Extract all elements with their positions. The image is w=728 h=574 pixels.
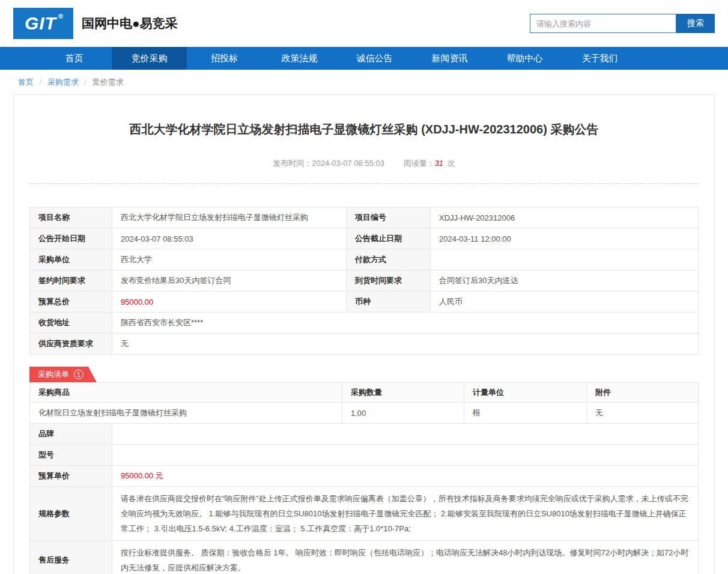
field-label: 付款方式 <box>347 249 431 270</box>
table-row: 品牌 <box>30 424 699 445</box>
field-label: 签约时间要求 <box>30 270 112 292</box>
breadcrumb: 首页 / 采购需求 / 竞价需求 <box>0 70 728 94</box>
registered-mark-icon: ® <box>58 13 64 20</box>
field-label: 公告开始日期 <box>30 228 112 249</box>
field-value: 发布竞价结果后30天内签订合同 <box>112 270 347 292</box>
table-row: 采购单位 西北大学 付款方式 <box>30 249 699 270</box>
tab-purchase-list[interactable]: 采购清单 1 <box>29 367 97 382</box>
field-label: 售后服务 <box>30 541 112 574</box>
table-row: 供应商资质要求 无 <box>30 334 699 355</box>
nav-item-tenders[interactable]: 招投标 <box>187 47 262 70</box>
after-sales-service-value: 按行业标准提供服务。 质保期：验收合格后 1年。 响应时效：即时响应（包括电话响… <box>112 541 699 574</box>
product-quantity: 1.00 <box>342 403 464 424</box>
field-label: 规格参数 <box>30 487 112 541</box>
nav-item-policies[interactable]: 政策法规 <box>262 47 337 70</box>
table-row: 预算单价 95000.00 元 <box>30 466 699 487</box>
nav-item-about-us[interactable]: 关于我们 <box>562 47 637 70</box>
field-label: 收货地址 <box>30 313 112 334</box>
table-row: 规格参数 请各潜在供应商提交报价时在“响应附件”处上传正式报价单及需求响应偏离表… <box>30 487 699 541</box>
product-attributes-table: 品牌 型号 预算单价 95000.00 元 规格参数 请各潜在供应商提交报价时在… <box>29 423 699 574</box>
field-value <box>112 445 699 466</box>
column-header: 采购商品 <box>30 383 342 403</box>
product-name: 化材院日立场发射扫描电子显微镜灯丝采购 <box>30 403 342 424</box>
announcement-meta: 发布时间：2024-03-07 08:55:03 阅读量：31 次 <box>29 158 699 169</box>
read-count: 阅读量：31 次 <box>404 159 455 168</box>
product-attachment: 无 <box>587 403 699 424</box>
field-value: 西北大学化材学院日立场发射扫描电子显微镜灯丝采购 <box>112 207 347 228</box>
field-value: 西北大学 <box>112 249 347 270</box>
dashed-divider <box>29 183 699 184</box>
purchase-list-tab-label: 采购清单 <box>38 369 69 380</box>
field-label: 采购单位 <box>30 249 112 270</box>
field-label: 公告截止日期 <box>347 228 431 249</box>
column-header: 附件 <box>587 383 699 403</box>
table-row: 售后服务 按行业标准提供服务。 质保期：验收合格后 1年。 响应时效：即时响应（… <box>30 541 699 574</box>
breadcrumb-purchase-demand[interactable]: 采购需求 <box>47 78 79 87</box>
nav-item-help-center[interactable]: 帮助中心 <box>487 47 562 70</box>
search-button[interactable]: 搜索 <box>676 14 715 33</box>
announcement-panel: 西北大学化材学院日立场发射扫描电子显微镜灯丝采购 (XDJJ-HW-202312… <box>13 94 715 574</box>
field-value: 2024-03-11 12:00:00 <box>431 228 699 249</box>
nav-item-bidding-purchase[interactable]: 竞价采购 <box>112 47 187 70</box>
field-label: 型号 <box>30 445 112 466</box>
breadcrumb-home[interactable]: 首页 <box>18 78 34 87</box>
table-row: 收货地址 陕西省西安市长安区**** <box>30 313 699 334</box>
unit-price-value: 95000.00 元 <box>112 466 699 487</box>
table-row: 项目名称 西北大学化材学院日立场发射扫描电子显微镜灯丝采购 项目编号 XDJJ-… <box>30 207 699 228</box>
field-value: 人民币 <box>431 292 699 313</box>
search-input[interactable] <box>530 14 676 33</box>
search-bar: 搜索 <box>530 14 715 33</box>
table-row: 化材院日立场发射扫描电子显微镜灯丝采购 1.00 根 无 <box>30 403 699 424</box>
product-unit: 根 <box>464 403 587 424</box>
total-budget-value: 95000.00 <box>112 292 347 313</box>
logo-text: GIT <box>25 13 56 34</box>
breadcrumb-separator: / <box>85 78 87 87</box>
field-label: 项目编号 <box>347 207 431 228</box>
field-value: XDJJ-HW-202312006 <box>431 207 699 228</box>
nav-item-home[interactable]: 首页 <box>37 47 112 70</box>
column-header: 采购数量 <box>342 383 464 403</box>
project-details-table: 项目名称 西北大学化材学院日立场发射扫描电子显微镜灯丝采购 项目编号 XDJJ-… <box>29 207 699 355</box>
table-header-row: 采购商品 采购数量 计量单位 附件 <box>30 383 699 403</box>
field-value <box>431 249 699 270</box>
field-label: 预算单价 <box>30 466 112 487</box>
item-count-badge: 1 <box>74 370 83 379</box>
nav-item-integrity-notice[interactable]: 诚信公告 <box>337 47 412 70</box>
purchase-list-section: 采购清单 1 采购商品 采购数量 计量单位 附件 化材院日立场发射扫描电子显微镜… <box>29 367 699 574</box>
field-value: 合同签订后30天内送达 <box>431 270 699 292</box>
page-title: 西北大学化材学院日立场发射扫描电子显微镜灯丝采购 (XDJJ-HW-202312… <box>29 121 699 138</box>
read-count-number: 31 <box>435 159 443 168</box>
site-header: GIT® 国网中电●易竞采 搜索 <box>0 0 728 47</box>
field-label: 供应商资质要求 <box>30 334 112 355</box>
table-row: 签约时间要求 发布竞价结果后30天内签订合同 到货时间要求 合同签订后30天内送… <box>30 270 699 292</box>
field-label: 到货时间要求 <box>347 270 431 292</box>
field-value <box>112 424 699 445</box>
spec-parameters-value: 请各潜在供应商提交报价时在“响应附件”处上传正式报价单及需求响应偏离表（加盖公章… <box>112 487 699 541</box>
field-label: 项目名称 <box>30 207 112 228</box>
column-header: 计量单位 <box>464 383 587 403</box>
breadcrumb-separator: / <box>40 78 42 87</box>
breadcrumb-current: 竞价需求 <box>93 78 124 87</box>
site-logo[interactable]: GIT® <box>13 8 73 39</box>
table-row: 公告开始日期 2024-03-07 08:55:03 公告截止日期 2024-0… <box>30 228 699 249</box>
purchase-items-table: 采购商品 采购数量 计量单位 附件 化材院日立场发射扫描电子显微镜灯丝采购 1.… <box>29 382 699 424</box>
field-label: 品牌 <box>30 424 112 445</box>
field-value: 2024-03-07 08:55:03 <box>112 228 347 249</box>
publish-time: 发布时间：2024-03-07 08:55:03 <box>273 159 384 168</box>
table-row: 预算总价 95000.00 币种 人民币 <box>30 292 699 313</box>
main-nav: 首页 竞价采购 招投标 政策法规 诚信公告 新闻资讯 帮助中心 关于我们 <box>0 47 728 70</box>
field-value: 无 <box>112 334 699 355</box>
brand-name: 国网中电●易竞采 <box>82 15 178 32</box>
table-row: 型号 <box>30 445 699 466</box>
field-label: 预算总价 <box>30 292 112 313</box>
nav-item-news[interactable]: 新闻资讯 <box>412 47 487 70</box>
field-label: 币种 <box>347 292 431 313</box>
field-value: 陕西省西安市长安区**** <box>112 313 699 334</box>
